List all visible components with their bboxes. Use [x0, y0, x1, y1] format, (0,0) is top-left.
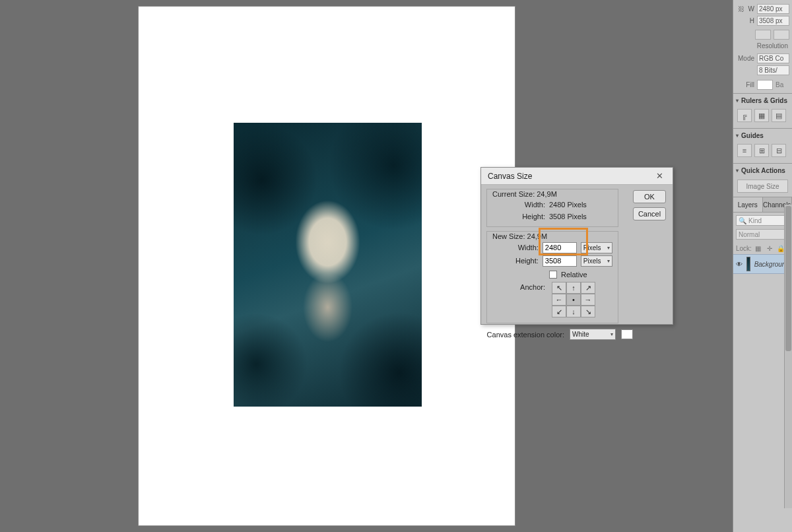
blend-mode-select[interactable]: Normal▾ [736, 229, 789, 240]
cancel-button[interactable]: Cancel [633, 207, 666, 220]
dialog-titlebar[interactable]: Canvas Size ✕ [481, 168, 673, 185]
close-icon[interactable]: ✕ [650, 170, 669, 183]
anchor-sw[interactable]: ↙ [552, 306, 566, 317]
bit-depth-value[interactable]: 8 Bits/ [757, 65, 789, 75]
current-height-label: Height: [492, 213, 545, 220]
link-icon[interactable]: ⛓ [737, 5, 745, 13]
new-height-label: Height: [492, 257, 539, 265]
rulers-grids-header[interactable]: ▾Rulers & Grids [733, 94, 792, 107]
anchor-se[interactable]: ↘ [581, 306, 595, 317]
layer-kind-filter[interactable]: 🔍Kind [736, 215, 789, 226]
image-size-button[interactable]: Image Size [737, 180, 788, 193]
extension-color-select[interactable]: White▾ [570, 329, 616, 340]
chevron-down-icon: ▾ [736, 98, 739, 104]
new-width-input[interactable] [543, 242, 577, 253]
current-size-title: Current Size: 24,9M [492, 190, 612, 198]
canvas-size-dialog: Canvas Size ✕ OK Cancel Current Size: 24… [480, 167, 673, 325]
chevron-down-icon: ▾ [607, 245, 610, 251]
grid-icon[interactable]: ▦ [754, 109, 769, 122]
ruler-icon[interactable]: ╔ [737, 109, 752, 122]
anchor-nw[interactable]: ↖ [552, 282, 566, 294]
prop-h-label: H [748, 17, 754, 24]
dialog-title: Canvas Size [488, 172, 532, 181]
mode-label: Mode [737, 55, 754, 62]
search-icon: 🔍 [739, 217, 746, 224]
chevron-down-icon: ▾ [607, 258, 610, 264]
visibility-icon[interactable]: 👁 [736, 261, 742, 268]
right-panels: ⛓ W 2480 px H 3508 px Resolution Mode RG… [733, 0, 792, 532]
mode-value[interactable]: RGB Co [757, 53, 789, 63]
guide-icon-3[interactable]: ⊟ [772, 144, 786, 157]
fill-swatch[interactable] [757, 80, 773, 90]
chevron-down-icon: ▾ [736, 133, 739, 139]
current-size-group: Current Size: 24,9M Width:2480 Pixels He… [486, 189, 618, 227]
prop-w-value[interactable]: 2480 px [757, 4, 789, 14]
canvas-workspace[interactable]: Canvas Size ✕ OK Cancel Current Size: 24… [0, 0, 733, 532]
ok-button[interactable]: OK [633, 190, 666, 203]
anchor-ne[interactable]: ↗ [581, 282, 595, 294]
width-unit-select[interactable]: Pixels▾ [581, 242, 612, 253]
chevron-down-icon: ▾ [610, 331, 613, 337]
layer-thumbnail[interactable] [746, 257, 750, 271]
current-width-label: Width: [492, 201, 545, 209]
orientation-portrait-button[interactable] [755, 30, 771, 40]
lock-pixels-icon[interactable]: ▦ [754, 244, 763, 253]
resolution-label: Resolution [737, 42, 788, 50]
tab-layers[interactable]: Layers [733, 197, 763, 212]
anchor-e[interactable]: → [581, 294, 595, 306]
chevron-down-icon: ▾ [736, 168, 739, 174]
anchor-grid[interactable]: ↖↑↗ ←•→ ↙↓↘ [552, 282, 595, 317]
placed-image[interactable] [234, 123, 422, 407]
properties-panel: ⛓ W 2480 px H 3508 px Resolution Mode RG… [733, 0, 792, 90]
anchor-n[interactable]: ↑ [566, 282, 581, 294]
scrollbar-thumb[interactable] [785, 206, 791, 351]
guide-icon-1[interactable]: ≡ [737, 144, 752, 157]
quick-actions-header[interactable]: ▾Quick Actions [733, 164, 792, 177]
prop-h-value[interactable]: 3508 px [757, 16, 789, 26]
new-size-group: New Size: 24,9M Width: Pixels▾ Height: P… [486, 231, 618, 323]
relative-checkbox[interactable] [549, 271, 557, 279]
orientation-landscape-button[interactable] [774, 30, 789, 40]
prop-w-label: W [748, 5, 754, 13]
height-unit-select[interactable]: Pixels▾ [581, 255, 612, 267]
new-size-title: New Size: 24,9M [492, 232, 612, 240]
anchor-label: Anchor: [492, 282, 545, 291]
fill-label: Fill [737, 81, 754, 88]
current-width-value: 2480 Pixels [549, 201, 589, 209]
new-width-label: Width: [492, 244, 539, 251]
anchor-w[interactable]: ← [552, 294, 566, 306]
relative-label: Relative [561, 271, 587, 279]
guides-header[interactable]: ▾Guides [733, 129, 792, 142]
anchor-center[interactable]: • [566, 294, 581, 306]
pixel-grid-icon[interactable]: ▤ [772, 109, 786, 122]
extension-color-swatch[interactable] [621, 329, 633, 339]
panel-scrollbar[interactable] [784, 205, 792, 508]
guide-icon-2[interactable]: ⊞ [754, 144, 769, 157]
new-height-input[interactable] [543, 255, 577, 267]
extension-color-label: Canvas extension color: [486, 331, 564, 339]
fill-value: Ba [776, 81, 783, 88]
lock-position-icon[interactable]: ✛ [765, 244, 774, 253]
current-height-value: 3508 Pixels [549, 213, 589, 220]
layer-row-background[interactable]: 👁 Background [733, 254, 792, 274]
anchor-s[interactable]: ↓ [566, 306, 581, 317]
layer-lock-row: Lock: ▦ ✛ 🔒 [733, 242, 792, 254]
